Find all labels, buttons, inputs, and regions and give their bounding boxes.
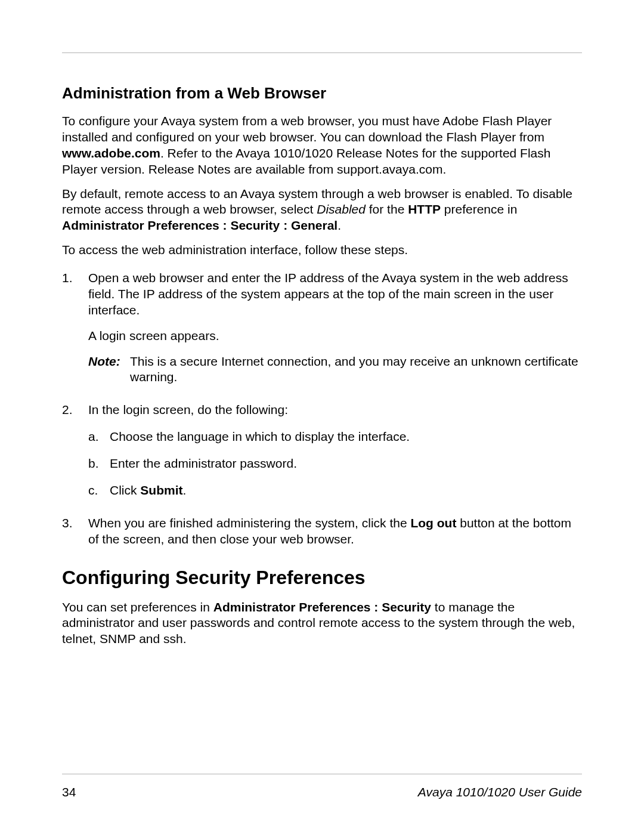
text: .	[338, 218, 341, 232]
section-heading-admin-browser: Administration from a Web Browser	[62, 84, 582, 103]
note-text: This is a secure Internet connection, an…	[130, 354, 582, 386]
page-footer: 34 Avaya 1010/1020 User Guide	[62, 785, 582, 799]
page-number: 34	[62, 785, 76, 799]
ordered-steps: Open a web browser and enter the IP addr…	[62, 270, 582, 548]
step-text: Open a web browser and enter the IP addr…	[88, 270, 582, 319]
substep-c: Click Submit.	[88, 483, 582, 499]
paragraph: You can set preferences in Administrator…	[62, 600, 582, 648]
bold-text: Administrator Preferences : Security	[213, 600, 431, 614]
text: .	[183, 483, 187, 497]
alpha-list: Choose the language in which to display …	[88, 429, 582, 499]
guide-name: Avaya 1010/1020 User Guide	[418, 785, 582, 799]
substep-a: Choose the language in which to display …	[88, 429, 582, 445]
step-2: In the login screen, do the following: C…	[62, 402, 582, 499]
bold-text: Submit	[140, 483, 182, 497]
top-rule	[62, 52, 582, 53]
bold-text: HTTP	[408, 202, 441, 216]
text: To configure your Avaya system from a we…	[62, 114, 552, 144]
paragraph: To configure your Avaya system from a we…	[62, 113, 582, 178]
step-3: When you are finished administering the …	[62, 515, 582, 548]
step-text: In the login screen, do the following:	[88, 402, 582, 418]
note-block: Note: This is a secure Internet connecti…	[88, 354, 582, 386]
text: Click	[110, 483, 140, 497]
text: preference in	[441, 202, 517, 216]
bold-text: Log out	[410, 516, 456, 530]
step-subtext: A login screen appears.	[88, 328, 582, 344]
italic-text: Disabled	[317, 202, 366, 216]
bottom-rule	[62, 774, 582, 774]
text: When you are finished administering the …	[88, 516, 410, 530]
step-1: Open a web browser and enter the IP addr…	[62, 270, 582, 385]
text: for the	[366, 202, 408, 216]
note-label: Note:	[88, 354, 130, 386]
paragraph: To access the web administration interfa…	[62, 242, 582, 258]
paragraph: By default, remote access to an Avaya sy…	[62, 186, 582, 234]
bold-text: Administrator Preferences : Security : G…	[62, 218, 338, 232]
bold-text: www.adobe.com	[62, 146, 160, 160]
section-heading-security: Configuring Security Preferences	[62, 567, 582, 589]
substep-b: Enter the administrator password.	[88, 456, 582, 472]
text: You can set preferences in	[62, 600, 213, 614]
